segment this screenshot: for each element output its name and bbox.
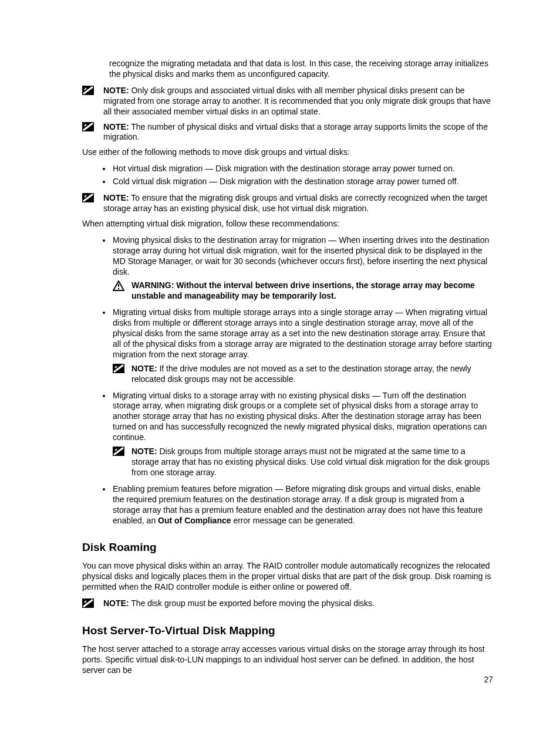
note-block: NOTE: Disk groups from multiple storage …	[113, 447, 493, 478]
note-label: NOTE:	[103, 122, 129, 131]
list-item: Moving physical disks to the destination…	[112, 235, 493, 302]
note-block: NOTE: The number of physical disks and v…	[82, 122, 493, 143]
note-label: NOTE:	[131, 447, 157, 456]
note-label: NOTE:	[103, 86, 129, 95]
rec-text: Moving physical disks to the destination…	[113, 235, 489, 276]
note-text: NOTE: The number of physical disks and v…	[103, 122, 493, 143]
page: recognize the migrating metadata and tha…	[0, 0, 560, 744]
intro-methods: Use either of the following methods to m…	[82, 147, 493, 158]
page-number: 27	[484, 675, 493, 684]
note-icon	[82, 122, 95, 133]
recommendations-list: Moving physical disks to the destination…	[100, 235, 493, 526]
note-text: NOTE: To ensure that the migrating disk …	[103, 193, 493, 214]
note-icon	[113, 364, 126, 374]
rec-text: Migrating virtual disks from multiple st…	[113, 307, 492, 359]
list-item: Migrating virtual disks from multiple st…	[112, 307, 493, 384]
note-label: NOTE:	[103, 598, 129, 608]
list-item: Migrating virtual disks to a storage arr…	[112, 391, 493, 478]
rec-text: Migrating virtual disks to a storage arr…	[113, 391, 487, 442]
heading-host-mapping: Host Server-To-Virtual Disk Mapping	[82, 624, 493, 637]
warning-block: WARNING: Without the interval between dr…	[113, 280, 493, 302]
note-body: If the drive modules are not moved as a …	[131, 364, 471, 384]
note-label: NOTE:	[131, 364, 157, 373]
warning-label: WARNING:	[131, 280, 176, 290]
note-text: NOTE: The disk group must be exported be…	[103, 598, 493, 609]
rec-text-bold: Out of Compliance	[158, 516, 231, 525]
list-item: Hot virtual disk migration — Disk migrat…	[112, 164, 493, 174]
note-icon	[82, 193, 95, 204]
note-body: Only disk groups and associated virtual …	[103, 86, 491, 116]
note-block: NOTE: The disk group must be exported be…	[82, 598, 493, 609]
note-body: To ensure that the migrating disk groups…	[103, 193, 487, 213]
note-icon	[82, 598, 95, 609]
methods-list: Hot virtual disk migration — Disk migrat…	[100, 164, 493, 187]
warning-icon	[113, 280, 126, 291]
rec-text-post: error message can be generated.	[231, 516, 355, 525]
warning-body: Without the interval between drive inser…	[131, 280, 475, 300]
note-block: NOTE: To ensure that the migrating disk …	[82, 193, 493, 214]
note-label: NOTE:	[103, 193, 129, 202]
note-body: The number of physical disks and virtual…	[103, 122, 488, 142]
continuation-paragraph: recognize the migrating metadata and tha…	[109, 59, 493, 80]
list-item: Cold virtual disk migration — Disk migra…	[112, 177, 493, 187]
host-mapping-body: The host server attached to a storage ar…	[82, 644, 493, 676]
svg-point-4	[118, 288, 119, 289]
recommendations-intro: When attempting virtual disk migration, …	[82, 219, 493, 229]
heading-disk-roaming: Disk Roaming	[82, 541, 493, 554]
note-block: NOTE: If the drive modules are not moved…	[113, 364, 493, 385]
note-block: NOTE: Only disk groups and associated vi…	[82, 86, 493, 117]
note-icon	[113, 447, 126, 457]
list-item: Enabling premium features before migrati…	[112, 484, 493, 526]
disk-roaming-body: You can move physical disks within an ar…	[82, 561, 493, 593]
note-icon	[82, 86, 95, 96]
note-body: The disk group must be exported before m…	[129, 598, 375, 608]
note-text: NOTE: Only disk groups and associated vi…	[103, 86, 493, 117]
note-body: Disk groups from multiple storage arrays…	[131, 447, 490, 477]
